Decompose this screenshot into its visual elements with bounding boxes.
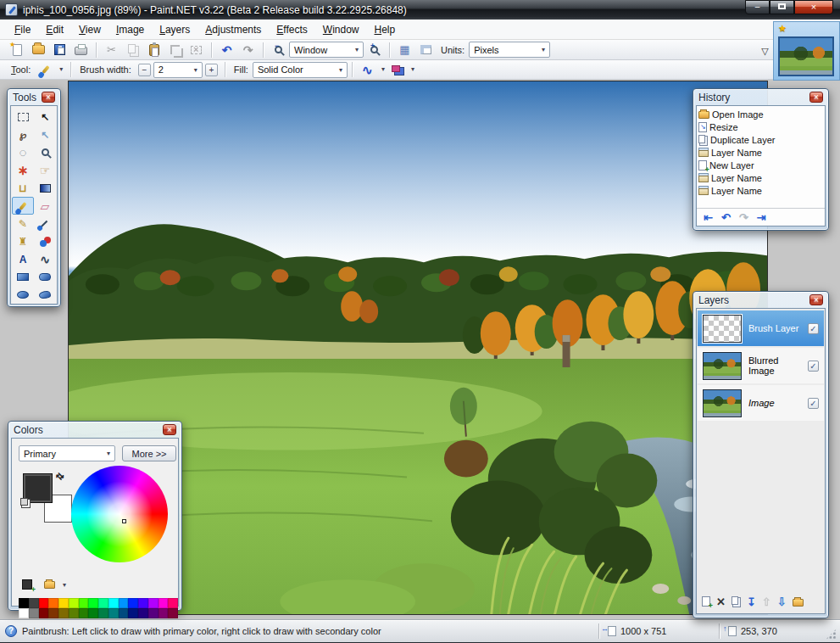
add-layer-button[interactable] (702, 596, 710, 607)
palette-swatch[interactable] (138, 608, 148, 618)
zoom-mode-combo[interactable]: Window ▾ (289, 42, 364, 58)
tool-pencil[interactable]: ✎ (12, 215, 34, 232)
palette-swatch[interactable] (69, 598, 79, 608)
layer-row-brush-layer[interactable]: Brush Layer ✓ (698, 310, 824, 346)
history-undo-button[interactable]: ↶ (721, 211, 731, 224)
history-item[interactable]: Layer Name (698, 171, 824, 184)
brush-width-increase-button[interactable]: + (205, 64, 218, 76)
palette-swatch[interactable] (48, 608, 58, 618)
brush-width-combo[interactable]: 2 ▾ (153, 62, 203, 78)
chevron-down-icon[interactable]: ▾ (59, 66, 63, 73)
menu-adjustments[interactable]: Adjustments (197, 20, 269, 39)
history-item[interactable]: New Layer (698, 159, 824, 171)
menu-edit[interactable]: Edit (38, 20, 71, 39)
move-layer-down-button[interactable]: ⇩ (777, 596, 787, 607)
palette-swatch[interactable] (168, 598, 178, 608)
menu-view[interactable]: View (71, 20, 108, 39)
layer-row-image[interactable]: Image ✓ (698, 385, 824, 421)
redo-button[interactable]: ↷ (238, 41, 258, 59)
menu-image[interactable]: Image (108, 20, 152, 39)
current-tool-button[interactable] (36, 61, 55, 79)
chevron-down-icon[interactable]: ▾ (411, 66, 414, 73)
cut-button[interactable]: ✂ (102, 41, 121, 59)
history-item[interactable]: Duplicate Layer (698, 133, 824, 146)
history-redo-button[interactable]: ↷ (739, 211, 748, 224)
close-icon[interactable]: × (42, 92, 55, 103)
palette-swatch[interactable] (98, 598, 108, 608)
tool-line-curve[interactable]: ∿ (34, 250, 56, 268)
color-wheel[interactable] (71, 466, 168, 562)
grid-toggle-button[interactable]: ▦ (395, 41, 414, 59)
layer-visibility-checkbox[interactable]: ✓ (808, 361, 819, 372)
palette-swatch[interactable] (148, 598, 159, 608)
history-item[interactable]: Layer Name (698, 184, 824, 197)
palette-swatch[interactable] (69, 608, 79, 618)
palette-swatch[interactable] (58, 608, 69, 618)
move-layer-up-button[interactable]: ⇧ (762, 596, 771, 607)
print-button[interactable] (71, 41, 91, 59)
fill-style-combo[interactable]: Solid Color ▾ (253, 62, 348, 78)
tool-color-picker[interactable] (34, 215, 56, 232)
tool-text[interactable]: A (12, 250, 34, 268)
layer-row-blurred-image[interactable]: Blurred Image ✓ (698, 348, 824, 383)
delete-layer-button[interactable]: ✕ (716, 596, 726, 607)
layer-visibility-checkbox[interactable]: ✓ (808, 398, 819, 409)
crop-button[interactable] (165, 41, 185, 59)
merge-layer-down-button[interactable]: ↧ (747, 596, 756, 607)
palette-swatch[interactable] (39, 598, 49, 608)
palette-swatch[interactable] (108, 598, 119, 608)
palette-manager-button[interactable] (44, 581, 55, 589)
antialiasing-button[interactable]: ∿ (358, 61, 377, 79)
history-item[interactable]: Open Image (698, 108, 824, 120)
zoom-in-button[interactable]: + (364, 41, 384, 59)
palette-swatch[interactable] (128, 598, 138, 608)
history-item[interactable]: Layer Name (698, 146, 824, 159)
brush-width-decrease-button[interactable]: − (138, 64, 151, 76)
palette-swatch[interactable] (108, 608, 119, 618)
chevron-down-icon[interactable]: ▾ (63, 581, 66, 589)
palette-swatch[interactable] (19, 608, 29, 618)
palette-swatch[interactable] (29, 598, 39, 608)
minimize-button[interactable]: – (745, 0, 770, 14)
duplicate-layer-button[interactable] (732, 596, 738, 605)
tool-eraser[interactable]: ▱ (34, 197, 56, 215)
layer-properties-button[interactable] (793, 599, 804, 607)
resize-grip[interactable] (826, 629, 837, 640)
close-icon[interactable]: × (809, 92, 823, 103)
maximize-button[interactable] (770, 0, 794, 14)
blend-mode-button[interactable] (389, 61, 409, 79)
history-palette-titlebar[interactable]: History × (696, 89, 826, 105)
tool-lasso-select[interactable]: ℘ (12, 126, 34, 143)
tool-rectangle-select[interactable] (12, 108, 34, 126)
palette-swatch[interactable] (159, 608, 169, 618)
palette-swatch[interactable] (88, 598, 98, 608)
palette-swatch[interactable] (58, 598, 69, 608)
new-button[interactable] (8, 41, 27, 59)
tool-paintbrush[interactable] (12, 197, 34, 215)
menu-window[interactable]: Window (315, 20, 367, 39)
more-button[interactable]: More >> (122, 445, 176, 461)
open-button[interactable] (29, 41, 48, 59)
tool-pan[interactable]: ☞ (34, 161, 56, 179)
swap-colors-icon[interactable]: ⇄ (53, 470, 67, 484)
palette-swatch[interactable] (128, 608, 138, 618)
tool-clone-stamp[interactable]: ♜ (12, 232, 34, 250)
palette-swatch[interactable] (98, 608, 108, 618)
history-rewind-button[interactable]: ⇤ (704, 211, 713, 224)
close-icon[interactable]: × (163, 424, 176, 435)
palette-swatch[interactable] (79, 598, 89, 608)
palette-swatch[interactable] (159, 598, 169, 608)
rulers-toggle-button[interactable] (416, 41, 436, 59)
tool-rectangle-shape[interactable] (12, 268, 34, 286)
palette-swatch[interactable] (79, 608, 89, 618)
active-image-tab[interactable]: ★ (773, 21, 840, 81)
tool-magic-wand[interactable]: ∗ (12, 161, 34, 179)
palette-swatch[interactable] (48, 598, 58, 608)
palette-swatch[interactable] (19, 598, 29, 608)
tool-freeform-shape[interactable] (34, 286, 56, 304)
tool-move-selected-pixels[interactable]: ↖ (34, 108, 56, 126)
palette-swatch[interactable] (168, 608, 178, 618)
tool-paint-bucket[interactable]: ⊔ (12, 179, 34, 197)
tool-gradient[interactable] (34, 179, 56, 197)
close-icon[interactable]: × (809, 294, 823, 305)
